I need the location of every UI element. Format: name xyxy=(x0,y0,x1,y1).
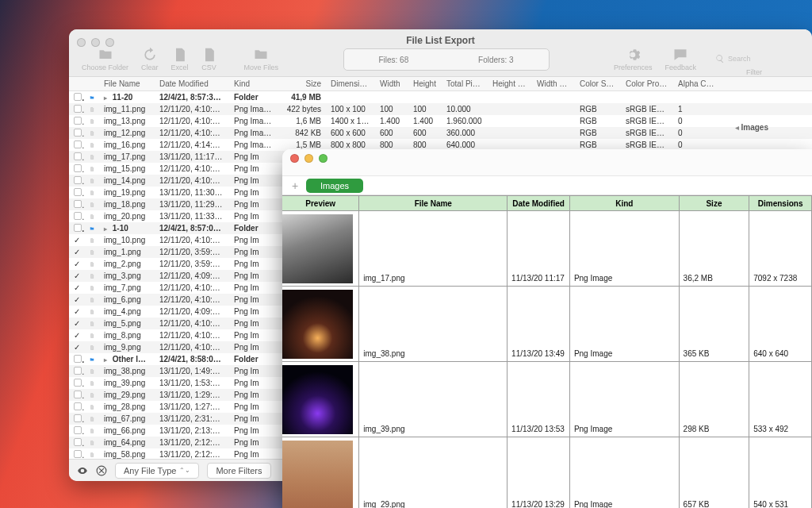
checkbox[interactable] xyxy=(74,391,82,398)
checkbox[interactable] xyxy=(74,438,82,446)
excel-button[interactable]: Excel xyxy=(165,47,195,71)
file-icon xyxy=(90,307,94,316)
file-icon xyxy=(90,212,94,221)
col-alpha[interactable]: Alpha Chan... xyxy=(673,79,719,88)
checkbox[interactable] xyxy=(74,450,82,458)
disclosure-icon[interactable]: ▸ xyxy=(104,356,110,364)
column-headers: File Name Date Modified Kind Size Dimens… xyxy=(69,77,812,91)
file-icon xyxy=(90,176,94,185)
check-icon: ✓ xyxy=(74,343,80,352)
checkbox[interactable] xyxy=(74,117,82,125)
check-icon: ✓ xyxy=(74,260,80,268)
more-filters-button[interactable]: More Filters xyxy=(207,463,270,479)
col-hdpi[interactable]: Height DPI xyxy=(488,79,532,88)
file-type-filter[interactable]: Any File Type ⌃⌄ xyxy=(115,463,199,479)
col-size[interactable]: Size xyxy=(277,79,326,88)
more-filters-label: More Filters xyxy=(216,466,262,475)
add-tab-button[interactable]: + xyxy=(289,179,301,192)
csv-button[interactable]: CSV xyxy=(195,47,224,71)
file-icon xyxy=(90,426,94,435)
col-colorprofile[interactable]: Color Profile xyxy=(621,79,673,88)
sheet-grid[interactable]: Preview File Name Date Modified Kind Siz… xyxy=(282,195,812,508)
toolbar: Choose Folder Clear Excel CSV Move Files xyxy=(69,47,812,77)
checkbox[interactable] xyxy=(74,414,82,422)
sheet-row[interactable]: img_39.png11/13/20 13:53Png Image298 KB5… xyxy=(282,362,812,437)
checkbox[interactable] xyxy=(74,105,82,113)
check-icon: ✓ xyxy=(74,331,80,340)
checkbox[interactable] xyxy=(74,379,82,387)
checkbox[interactable] xyxy=(74,200,82,208)
checkbox[interactable] xyxy=(74,355,82,363)
check-icon: ✓ xyxy=(74,271,80,280)
zoom-button[interactable] xyxy=(319,154,327,163)
choose-folder-button[interactable]: Choose Folder xyxy=(75,47,135,71)
filter-section: Search Filter xyxy=(703,47,806,76)
eye-icon[interactable] xyxy=(77,465,88,476)
checkbox[interactable] xyxy=(74,212,82,220)
file-icon xyxy=(90,200,94,209)
tab-images[interactable]: Images xyxy=(306,179,363,193)
cancel-icon[interactable] xyxy=(96,465,107,476)
file-icon xyxy=(90,117,94,125)
check-icon: ✓ xyxy=(74,248,80,256)
close-button[interactable] xyxy=(290,154,299,163)
checkbox[interactable] xyxy=(74,129,82,137)
file-icon xyxy=(90,379,94,387)
table-row[interactable]: img_11.png12/11/20, 4:10:45 PMPng Image4… xyxy=(69,103,812,115)
checkbox[interactable] xyxy=(74,176,82,184)
col-colorspace[interactable]: Color Space xyxy=(575,79,621,88)
checkbox[interactable] xyxy=(74,224,82,232)
col-totalpixels[interactable]: Total Pixels xyxy=(442,79,488,88)
checkbox[interactable] xyxy=(74,426,82,434)
col-dim[interactable]: Dimensions xyxy=(326,79,375,88)
checkbox[interactable] xyxy=(74,188,82,196)
file-icon xyxy=(90,414,94,423)
checkbox[interactable] xyxy=(74,402,82,410)
excel-label: Excel xyxy=(171,64,189,71)
export-sheet-window: + Images Preview File Name Date Modified… xyxy=(282,149,812,508)
gear-icon xyxy=(625,47,641,63)
feedback-button[interactable]: Feedback xyxy=(658,47,703,71)
file-icon xyxy=(90,140,94,149)
col-width[interactable]: Width xyxy=(375,79,408,88)
sheet-row[interactable]: img_17.png11/13/20 11:17Png Image36,2 MB… xyxy=(282,211,812,287)
file-icon xyxy=(90,402,94,411)
search-input[interactable]: Search xyxy=(710,50,806,67)
sh-col-dim[interactable]: Dimensions xyxy=(749,196,812,210)
folders-count: Folders: 3 xyxy=(478,56,513,64)
sh-col-name[interactable]: File Name xyxy=(359,196,508,210)
check-icon: ✓ xyxy=(74,236,80,244)
sh-col-size[interactable]: Size xyxy=(680,196,750,210)
disclosure-icon[interactable]: ▸ xyxy=(104,94,110,102)
col-wdpi[interactable]: Width DPI xyxy=(532,79,575,88)
table-row[interactable]: img_12.png12/11/20, 4:10:46 PMPng Image8… xyxy=(69,127,812,139)
col-kind[interactable]: Kind xyxy=(229,79,277,88)
disclosure-icon[interactable]: ▸ xyxy=(104,225,110,233)
check-icon: ✓ xyxy=(74,283,80,292)
csv-label: CSV xyxy=(201,64,216,71)
checkbox[interactable] xyxy=(74,367,82,375)
sh-col-date[interactable]: Date Modified xyxy=(508,196,570,210)
col-name[interactable]: File Name xyxy=(99,79,155,88)
sh-col-kind[interactable]: Kind xyxy=(570,196,680,210)
folder-icon xyxy=(90,224,94,233)
minimize-button[interactable] xyxy=(304,154,313,163)
table-row[interactable]: ▸ 11-2012/4/21, 8:57:31 PMFolder41,9 MB xyxy=(69,91,812,103)
checkbox[interactable] xyxy=(74,140,82,148)
col-height[interactable]: Height xyxy=(408,79,442,88)
checkbox[interactable] xyxy=(74,152,82,160)
clear-button[interactable]: Clear xyxy=(135,47,165,71)
document-icon xyxy=(201,47,217,63)
sheet-row[interactable]: img_38.png11/13/20 13:49Png Image365 KB6… xyxy=(282,287,812,362)
col-date[interactable]: Date Modified xyxy=(155,79,229,88)
move-files-button[interactable]: Move Files xyxy=(238,47,285,71)
preferences-button[interactable]: Preferences xyxy=(607,47,659,71)
checkbox[interactable] xyxy=(74,93,82,101)
checkbox[interactable] xyxy=(74,164,82,172)
table-row[interactable]: img_13.png12/11/20, 4:10:46 PMPng Image1… xyxy=(69,115,812,127)
move-files-label: Move Files xyxy=(244,64,279,71)
sheet-tabbar: + Images xyxy=(282,176,812,195)
sheet-row[interactable]: img_29.png11/13/20 13:29Png Image657 KB5… xyxy=(282,437,812,508)
file-count-box: Files: 68 Folders: 3 xyxy=(343,48,550,71)
sh-col-preview[interactable]: Preview xyxy=(282,196,359,210)
